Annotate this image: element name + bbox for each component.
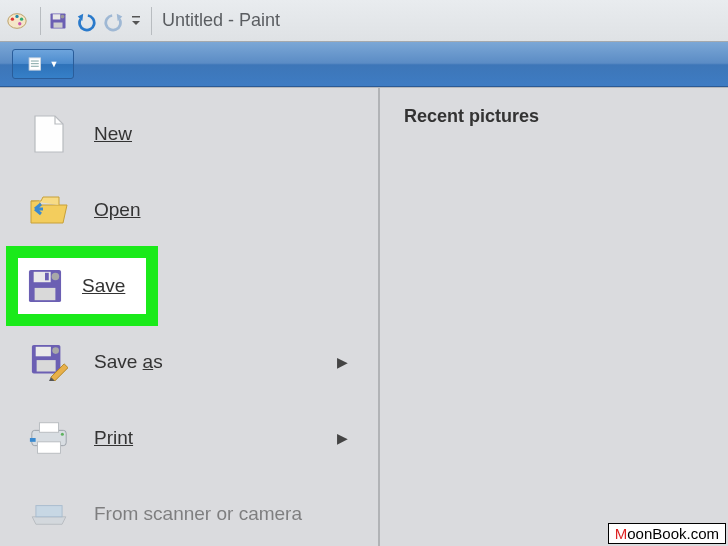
svg-point-22: [52, 347, 59, 354]
menu-item-label: Print: [94, 427, 133, 449]
menu-item-print[interactable]: Print ▶: [0, 400, 378, 476]
menu-item-save[interactable]: Save: [0, 248, 378, 324]
printer-icon: [28, 417, 70, 459]
recent-pictures-heading: Recent pictures: [404, 106, 704, 127]
file-menu-panel: New Open: [0, 87, 728, 546]
menu-item-label: Save: [82, 275, 125, 297]
window-title: Untitled - Paint: [162, 10, 280, 31]
svg-rect-24: [39, 423, 58, 433]
menu-item-new[interactable]: New: [0, 96, 378, 172]
menu-item-label: From scanner or camera: [94, 503, 302, 525]
svg-point-8: [61, 14, 65, 18]
chevron-right-icon: ▶: [337, 354, 348, 370]
svg-rect-13: [30, 66, 38, 67]
ribbon-header: ▼: [0, 42, 728, 87]
chevron-down-icon: ▼: [50, 59, 59, 69]
scanner-icon: [28, 493, 70, 535]
new-document-icon: [28, 113, 70, 155]
svg-rect-6: [53, 14, 61, 19]
svg-point-26: [61, 433, 64, 436]
recent-pictures-panel: Recent pictures: [380, 88, 728, 546]
menu-item-label: Save as: [94, 351, 163, 373]
svg-rect-9: [132, 16, 140, 18]
redo-icon[interactable]: [103, 10, 125, 32]
svg-rect-25: [38, 442, 61, 453]
save-as-icon: [28, 341, 70, 383]
menu-item-open[interactable]: Open: [0, 172, 378, 248]
svg-point-1: [11, 17, 14, 20]
menu-item-label: Open: [94, 199, 140, 221]
separator: [151, 7, 152, 35]
menu-item-label: New: [94, 123, 132, 145]
file-menu-button[interactable]: ▼: [12, 49, 74, 79]
chevron-right-icon: ▶: [337, 430, 348, 446]
svg-rect-16: [45, 273, 49, 281]
save-icon[interactable]: [47, 10, 69, 32]
svg-rect-11: [30, 61, 38, 62]
undo-icon[interactable]: [75, 10, 97, 32]
save-floppy-icon: [24, 265, 66, 307]
svg-rect-20: [36, 347, 51, 357]
watermark: MoonBook.com: [608, 523, 726, 544]
svg-rect-21: [37, 360, 56, 371]
menu-item-save-as[interactable]: Save as ▶: [0, 324, 378, 400]
svg-point-2: [15, 14, 18, 17]
svg-point-4: [18, 22, 21, 25]
svg-point-18: [52, 273, 60, 281]
file-menu-list: New Open: [0, 88, 380, 546]
svg-rect-27: [30, 438, 36, 442]
svg-rect-28: [36, 506, 62, 517]
qat-dropdown-icon[interactable]: [131, 10, 141, 32]
svg-rect-17: [35, 288, 56, 300]
menu-item-from-scanner[interactable]: From scanner or camera: [0, 476, 378, 546]
separator: [40, 7, 41, 35]
open-folder-icon: [28, 189, 70, 231]
svg-rect-12: [30, 63, 38, 64]
svg-point-3: [20, 17, 23, 20]
title-bar: Untitled - Paint: [0, 0, 728, 42]
app-icon: [6, 10, 28, 32]
svg-rect-7: [54, 22, 63, 27]
